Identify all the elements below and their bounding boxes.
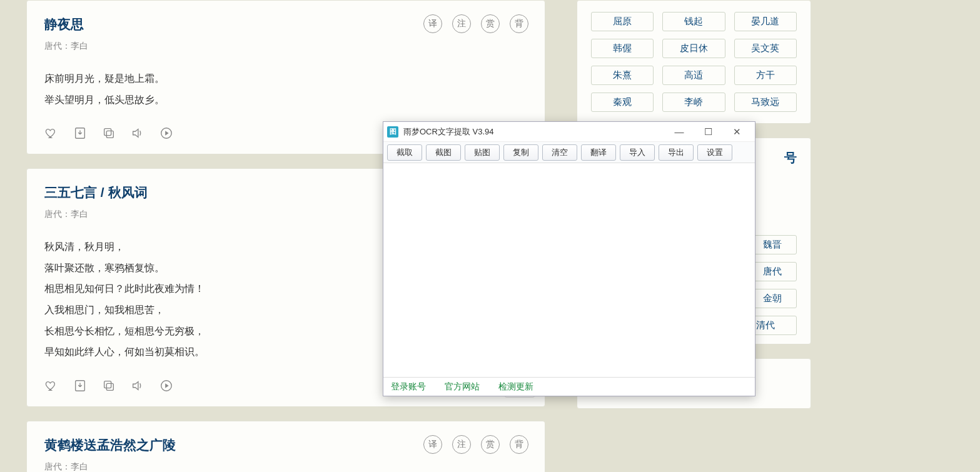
like-icon[interactable] (44, 126, 58, 143)
ocr-statusbar: 登录账号官方网站检测更新 (383, 377, 755, 396)
ocr-text-area[interactable] (383, 163, 755, 377)
ocr-toolbar-btn-5[interactable]: 翻译 (581, 144, 616, 161)
poem-card: 黄鹤楼送孟浩然之广陵唐代：李白译注赏背 (26, 421, 545, 472)
circle-btn-0[interactable]: 译 (423, 14, 442, 33)
copy-icon[interactable] (102, 126, 116, 143)
ocr-titlebar[interactable]: 图 雨梦OCR文字提取 V3.94 — ☐ ✕ (383, 122, 755, 142)
window-maximize-button[interactable]: ☐ (694, 123, 722, 141)
svg-rect-1 (106, 131, 113, 138)
poem-author[interactable]: 李白 (71, 209, 88, 219)
author-tag[interactable]: 李峤 (662, 93, 725, 112)
copy-icon[interactable] (102, 379, 116, 395)
poem-body: 床前明月光，疑是地上霜。举头望明月，低头思故乡。 (44, 68, 527, 110)
download-icon[interactable] (73, 126, 87, 143)
author-tag[interactable]: 皮日休 (662, 39, 725, 58)
ocr-logo-icon: 图 (387, 126, 398, 138)
author-tag[interactable]: 高适 (662, 66, 725, 85)
ocr-toolbar-btn-4[interactable]: 清空 (542, 144, 577, 161)
author-tag[interactable]: 吴文英 (734, 39, 797, 58)
poem-meta: 唐代：李白 (44, 461, 527, 472)
ocr-toolbar-btn-1[interactable]: 截图 (426, 144, 461, 161)
ocr-status-link-2[interactable]: 检测更新 (498, 381, 533, 393)
sound-icon[interactable] (131, 126, 144, 143)
circle-btn-3[interactable]: 背 (510, 435, 528, 454)
ocr-toolbar: 截取截图贴图复制清空翻译导入导出设置 (383, 142, 755, 163)
poem-dynasty: 唐代： (44, 41, 71, 51)
poem-line: 床前明月光，疑是地上霜。 (44, 68, 527, 89)
ocr-status-link-0[interactable]: 登录账号 (391, 381, 426, 393)
ocr-toolbar-btn-3[interactable]: 复制 (503, 144, 538, 161)
ocr-status-link-1[interactable]: 官方网站 (445, 381, 480, 393)
ocr-toolbar-btn-2[interactable]: 贴图 (465, 144, 500, 161)
circle-btn-3[interactable]: 背 (510, 14, 528, 33)
ocr-toolbar-btn-8[interactable]: 设置 (697, 144, 732, 161)
circle-btn-2[interactable]: 赏 (481, 435, 500, 454)
author-tag[interactable]: 方干 (734, 66, 797, 85)
sound-icon[interactable] (131, 379, 144, 395)
svg-rect-5 (106, 383, 113, 390)
poem-title-link[interactable]: 三五七言 / 秋风词 (44, 185, 148, 199)
ocr-toolbar-btn-7[interactable]: 导出 (659, 144, 694, 161)
poem-dynasty: 唐代： (44, 209, 71, 219)
like-icon[interactable] (44, 379, 58, 395)
circle-btn-2[interactable]: 赏 (481, 14, 500, 33)
ocr-window: 图 雨梦OCR文字提取 V3.94 — ☐ ✕ 截取截图贴图复制清空翻译导入导出… (383, 121, 755, 396)
svg-rect-6 (104, 381, 111, 388)
poem-dynasty: 唐代： (44, 461, 71, 471)
author-tag[interactable]: 晏几道 (734, 12, 797, 31)
circle-btn-0[interactable]: 译 (423, 435, 442, 454)
poem-title-link[interactable]: 静夜思 (44, 17, 84, 31)
play-icon[interactable] (159, 379, 173, 395)
circle-btn-1[interactable]: 注 (452, 14, 471, 33)
ocr-toolbar-btn-6[interactable]: 导入 (620, 144, 655, 161)
author-tag[interactable]: 马致远 (734, 93, 797, 112)
poem-author[interactable]: 李白 (71, 41, 88, 51)
play-icon[interactable] (159, 126, 173, 143)
sidebar-authors-card: 屈原钱起晏几道韩偓皮日休吴文英朱熹高适方干秦观李峤马致远 (577, 0, 811, 124)
poem-title-link[interactable]: 黄鹤楼送孟浩然之广陵 (44, 438, 176, 452)
author-tag[interactable]: 朱熹 (591, 66, 654, 85)
window-minimize-button[interactable]: — (665, 123, 694, 141)
author-tag[interactable]: 韩偓 (591, 39, 654, 58)
author-tag[interactable]: 屈原 (591, 12, 654, 31)
ocr-window-title: 雨梦OCR文字提取 V3.94 (403, 126, 665, 138)
svg-rect-2 (104, 129, 111, 136)
download-icon[interactable] (73, 379, 87, 395)
author-tag[interactable]: 钱起 (662, 12, 725, 31)
ocr-toolbar-btn-0[interactable]: 截取 (387, 144, 422, 161)
circle-btn-1[interactable]: 注 (452, 435, 471, 454)
author-tag[interactable]: 秦观 (591, 93, 654, 112)
poem-meta: 唐代：李白 (44, 41, 527, 52)
poem-line: 举头望明月，低头思故乡。 (44, 89, 527, 111)
window-close-button[interactable]: ✕ (722, 123, 751, 141)
poem-author[interactable]: 李白 (71, 461, 88, 471)
